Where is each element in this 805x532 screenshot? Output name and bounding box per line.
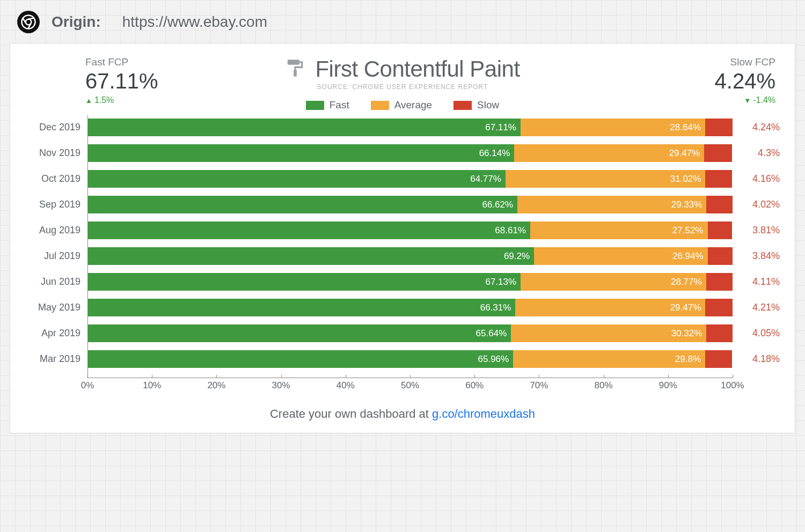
row-month-label: Dec 2019: [26, 122, 88, 133]
bar-segment-average: 29.33%: [517, 196, 706, 213]
stacked-bar: 66.62%29.33%: [88, 196, 733, 213]
table-row: Aug 201968.61%27.52%3.81%: [26, 221, 780, 239]
x-axis-tick: 50%: [401, 380, 419, 391]
x-axis-tick: 90%: [659, 380, 677, 391]
row-month-label: Jun 2019: [26, 276, 88, 287]
bar-segment-fast: 69.2%: [88, 247, 534, 265]
row-month-label: Mar 2019: [26, 353, 88, 365]
x-axis: 0%10%20%30%40%50%60%70%80%90%100%: [87, 380, 733, 395]
x-axis-tick: 70%: [530, 380, 548, 391]
bar-segment-fast: 66.62%: [88, 196, 517, 213]
row-month-label: Sep 2019: [26, 199, 88, 210]
footer-text: Create your own dashboard at g.co/chrome…: [25, 407, 780, 421]
row-slow-value: 4.11%: [733, 276, 780, 287]
bar-rows: Dec 201967.11%28.64%4.24%Nov 201966.14%2…: [26, 119, 780, 374]
x-axis-tick: 20%: [207, 380, 225, 391]
bar-segment-average: 29.8%: [513, 350, 705, 368]
slow-summary-delta: ▼ -1.4%: [715, 95, 775, 105]
bar-segment-slow: [705, 299, 733, 316]
x-axis-tick: 40%: [336, 380, 355, 391]
table-row: Dec 201967.11%28.64%4.24%: [26, 119, 780, 136]
stacked-bar: 67.11%28.64%: [88, 119, 733, 136]
table-row: Sep 201966.62%29.33%4.02%: [26, 196, 780, 213]
legend-average-swatch: [371, 101, 389, 110]
bar-segment-fast: 66.31%: [88, 299, 515, 316]
legend-average: Average: [371, 99, 432, 111]
bar-segment-slow: [704, 144, 732, 162]
legend-fast-label: Fast: [330, 99, 349, 111]
row-month-label: Aug 2019: [26, 225, 88, 236]
table-row: Mar 201965.96%29.8%4.18%: [26, 350, 780, 368]
x-axis-tick: 0%: [81, 380, 94, 391]
legend-slow-label: Slow: [477, 99, 499, 111]
table-row: May 201966.31%29.47%4.21%: [26, 299, 780, 316]
legend-slow-swatch: [453, 101, 472, 110]
svg-rect-2: [288, 60, 299, 65]
svg-rect-3: [294, 70, 297, 77]
table-row: Oct 201964.77%31.02%4.16%: [26, 170, 780, 188]
slow-summary: Slow FCP 4.24% ▼ -1.4%: [715, 56, 775, 105]
row-slow-value: 3.81%: [733, 225, 780, 236]
slow-summary-label: Slow FCP: [715, 56, 775, 68]
bar-segment-average: 28.77%: [521, 273, 706, 291]
arrow-up-icon: ▲: [85, 97, 92, 105]
bar-segment-average: 30.32%: [511, 324, 706, 342]
stacked-bar: 66.14%29.47%: [88, 144, 733, 162]
legend-slow: Slow: [453, 99, 499, 111]
fast-delta-text: 1.5%: [94, 95, 114, 105]
chart-card: Fast FCP 67.11% ▲ 1.5% Slow FCP 4.24% ▼ …: [10, 43, 795, 433]
row-slow-value: 4.02%: [733, 199, 780, 210]
x-axis-tick: 100%: [721, 380, 744, 391]
bar-segment-slow: [705, 350, 732, 368]
bar-segment-fast: 66.14%: [88, 144, 514, 162]
footer-link[interactable]: g.co/chromeuxdash: [432, 407, 535, 420]
row-slow-value: 4.21%: [733, 302, 780, 313]
row-month-label: Oct 2019: [26, 173, 88, 184]
chart-area: Dec 201967.11%28.64%4.24%Nov 201966.14%2…: [25, 115, 780, 395]
stacked-bar: 64.77%31.02%: [88, 170, 733, 188]
bar-segment-average: 31.02%: [506, 170, 706, 188]
bar-segment-fast: 65.96%: [88, 350, 513, 368]
x-axis-tick: 80%: [595, 380, 613, 391]
legend-average-label: Average: [394, 99, 432, 111]
bar-segment-slow: [706, 324, 733, 342]
x-axis-tick: 10%: [143, 380, 161, 391]
fast-summary-label: Fast FCP: [85, 56, 158, 68]
row-month-label: Nov 2019: [26, 147, 88, 159]
stacked-bar: 65.96%29.8%: [88, 350, 733, 368]
legend-fast-swatch: [306, 101, 324, 110]
stacked-bar: 65.64%30.32%: [88, 324, 733, 342]
bar-segment-slow: [705, 170, 732, 188]
x-axis-tick: 30%: [272, 380, 290, 391]
bar-segment-fast: 67.11%: [88, 119, 521, 136]
row-slow-value: 4.16%: [733, 173, 780, 184]
row-slow-value: 4.18%: [733, 353, 780, 365]
bar-segment-slow: [708, 221, 733, 239]
bar-segment-average: 29.47%: [515, 299, 705, 316]
bar-segment-slow: [706, 273, 733, 291]
table-row: Jul 201969.2%26.94%3.84%: [26, 247, 780, 265]
stacked-bar: 66.31%29.47%: [88, 299, 733, 316]
row-month-label: Apr 2019: [26, 328, 88, 339]
stacked-bar: 68.61%27.52%: [88, 221, 733, 239]
row-slow-value: 3.84%: [733, 250, 780, 262]
bar-segment-slow: [708, 247, 733, 265]
origin-label: Origin:: [52, 13, 101, 31]
footer-prefix: Create your own dashboard at: [270, 407, 432, 420]
table-row: Jun 201967.13%28.77%4.11%: [26, 273, 780, 291]
slow-summary-value: 4.24%: [715, 69, 775, 93]
table-row: Nov 201966.14%29.47%4.3%: [26, 144, 780, 162]
plot: Dec 201967.11%28.64%4.24%Nov 201966.14%2…: [87, 115, 733, 378]
table-row: Apr 201965.64%30.32%4.05%: [26, 324, 780, 342]
bar-segment-fast: 68.61%: [88, 221, 530, 239]
origin-url: https://www.ebay.com: [122, 13, 267, 31]
row-month-label: Jul 2019: [26, 250, 88, 262]
fast-summary-value: 67.11%: [85, 69, 158, 93]
x-axis-tick: 60%: [465, 380, 484, 391]
fast-summary: Fast FCP 67.11% ▲ 1.5%: [85, 56, 158, 105]
bar-segment-fast: 67.13%: [88, 273, 521, 291]
header-bar: Origin: https://www.ebay.com: [4, 3, 801, 43]
fast-summary-delta: ▲ 1.5%: [85, 95, 158, 105]
slow-delta-text: -1.4%: [753, 95, 775, 105]
legend-fast: Fast: [306, 99, 349, 111]
